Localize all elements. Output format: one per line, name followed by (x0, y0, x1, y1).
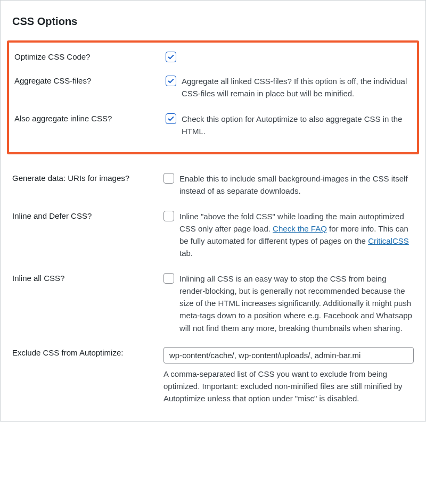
row-aggregate-inline-css: Also aggregate inline CSS? Check this op… (14, 105, 412, 143)
label-aggregate-inline-css: Also aggregate inline CSS? (14, 113, 166, 123)
checkbox-inline-all[interactable] (163, 273, 174, 284)
desc-data-uris: Enable this to include small background-… (179, 172, 414, 197)
exclude-css-input[interactable] (163, 347, 414, 363)
checkbox-inline-defer[interactable] (163, 211, 174, 221)
faq-link[interactable]: Check the FAQ (273, 224, 327, 233)
label-inline-defer: Inline and Defer CSS? (12, 210, 163, 220)
desc-aggregate-css: Aggregate all linked CSS-files? If this … (182, 75, 412, 100)
desc-exclude-css: A comma-separated list of CSS you want t… (163, 368, 414, 405)
row-data-uris: Generate data: URIs for images? Enable t… (12, 165, 414, 203)
row-aggregate-css: Aggregate CSS-files? Aggregate all linke… (14, 68, 412, 105)
checkbox-optimize-css[interactable] (166, 52, 176, 62)
checkmark-icon (167, 77, 175, 85)
checkmark-icon (167, 115, 175, 122)
label-exclude-css: Exclude CSS from Autoptimize: (12, 347, 163, 357)
row-inline-defer: Inline and Defer CSS? Inline "above the … (12, 203, 414, 265)
criticalcss-link[interactable]: CriticalCSS (368, 236, 409, 245)
label-inline-all: Inline all CSS? (12, 272, 163, 283)
css-options-panel: CSS Options Optimize CSS Code? Aggregate… (0, 0, 426, 422)
label-optimize-css: Optimize CSS Code? (14, 51, 166, 61)
label-data-uris: Generate data: URIs for images? (12, 172, 163, 183)
panel-title: CSS Options (12, 15, 414, 28)
checkmark-icon (167, 53, 175, 61)
desc-inline-defer: Inline "above the fold CSS" while loadin… (179, 210, 414, 260)
desc-inline-all: Inlining all CSS is an easy way to stop … (179, 272, 414, 334)
desc-aggregate-inline-css: Check this option for Autoptimize to als… (182, 113, 412, 138)
row-optimize-css: Optimize CSS Code? (14, 48, 412, 68)
checkbox-data-uris[interactable] (163, 173, 174, 184)
checkbox-aggregate-css[interactable] (166, 76, 176, 86)
checkbox-aggregate-inline-css[interactable] (166, 113, 176, 124)
highlighted-options-box: Optimize CSS Code? Aggregate CSS-files? … (7, 40, 419, 154)
label-aggregate-css: Aggregate CSS-files? (14, 75, 166, 85)
desc-text: tab. (179, 249, 193, 258)
row-inline-all: Inline all CSS? Inlining all CSS is an e… (12, 265, 414, 340)
row-exclude-css: Exclude CSS from Autoptimize: A comma-se… (12, 340, 414, 410)
